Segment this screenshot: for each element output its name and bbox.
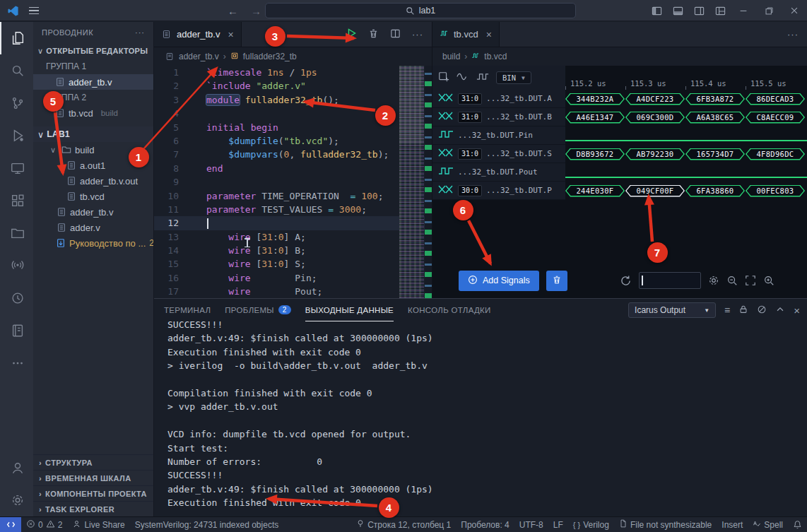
tree-item-build[interactable]: ∨build xyxy=(33,142,153,158)
customize-layout-icon[interactable] xyxy=(709,0,731,21)
wave-value[interactable]: D8B93672 xyxy=(565,148,625,160)
more-actions-icon[interactable]: ··· xyxy=(412,29,423,40)
breadcrumb-file[interactable]: adder_tb.v xyxy=(179,52,219,61)
code-line[interactable]: 8end xyxy=(154,162,432,175)
code-line[interactable]: 15 wire [31:0] S; xyxy=(154,257,432,271)
gear-icon[interactable] xyxy=(708,275,719,286)
open-editor-item[interactable]: adder_tb.v xyxy=(33,74,153,90)
add-signals-button[interactable]: Add Signals xyxy=(459,271,539,291)
output-filter-icon[interactable]: ≡ xyxy=(724,305,730,316)
signal-row[interactable]: ...32_tb.DUT.Pout xyxy=(432,163,807,182)
scroll-mode-sine-icon[interactable] xyxy=(456,72,469,83)
code-line[interactable]: 7 $dumpvars(0, fulladder32_tb); xyxy=(154,148,432,161)
notebook-icon[interactable] xyxy=(0,314,33,347)
code-line[interactable]: 1`timescale 1ns / 1ps xyxy=(154,66,432,79)
code-line[interactable]: 3module fulladder32_tb(); xyxy=(154,93,432,107)
signal-row[interactable]: 31:0...32_tb.DUT.A344B232AA4DCF2236FB3A8… xyxy=(432,90,807,108)
tree-item--...[interactable]: Руководство по ...2 xyxy=(33,235,153,251)
wave-value[interactable]: 6FA38860 xyxy=(685,185,745,197)
eol-status[interactable]: LF xyxy=(548,517,568,532)
signal-row[interactable]: 30:0...32_tb.DUT.P244E030F049CF00F6FA388… xyxy=(432,182,807,200)
menu-icon[interactable] xyxy=(29,7,39,15)
code-line[interactable]: 2`include "adder.v" xyxy=(154,79,432,93)
code-line[interactable]: 6 $dumpfile("tb.vcd"); xyxy=(154,134,432,148)
tree-item-adder.v[interactable]: adder.v xyxy=(33,220,153,235)
signal-waveform[interactable]: D8B93672AB792230165734D74F8D96DC xyxy=(565,145,807,163)
signal-name-cell[interactable]: ...32_tb.DUT.Pout xyxy=(432,163,565,182)
code-line[interactable]: 17 wire Pout; xyxy=(154,285,432,298)
lock-icon[interactable] xyxy=(738,305,748,317)
signal-name-cell[interactable]: 30:0...32_tb.DUT.P xyxy=(432,182,565,200)
wave-value[interactable]: A6A38C65 xyxy=(685,112,745,124)
breadcrumb[interactable]: adder_tb.v › fulladder32_tb xyxy=(154,47,432,66)
project-folder-icon[interactable] xyxy=(0,217,33,249)
wave-value[interactable]: 344B232A xyxy=(565,93,625,105)
zoom-out-icon[interactable] xyxy=(726,275,738,286)
toggle-secondary-sidebar-icon[interactable] xyxy=(688,0,709,21)
signal-name-cell[interactable]: 31:0...32_tb.DUT.A xyxy=(432,90,565,108)
code-line[interactable]: 12 xyxy=(154,216,432,230)
minimize-icon[interactable] xyxy=(731,0,756,21)
signal-waveform[interactable]: 244E030F049CF00F6FA3886000FEC803 xyxy=(565,182,807,200)
wave-value[interactable]: 86DECAD3 xyxy=(746,93,805,105)
clear-output-icon[interactable] xyxy=(757,305,767,317)
zoom-fit-icon[interactable] xyxy=(745,275,756,286)
output-channel-select[interactable]: Icarus Output ▼ xyxy=(628,302,716,318)
code-line[interactable]: 16 wire Pin; xyxy=(154,271,432,285)
open-editors-header[interactable]: ∨ ОТКРЫТЫЕ РЕДАКТОРЫ xyxy=(33,43,153,59)
explorer-icon[interactable] xyxy=(0,22,33,54)
code-line[interactable]: 4 xyxy=(154,107,432,120)
tree-item-a.out1[interactable]: a.out1 xyxy=(33,158,153,173)
panel-tab-проблемы[interactable]: ПРОБЛЕМЫ2 xyxy=(225,299,290,321)
tree-item-tb.vcd[interactable]: tb.vcd xyxy=(33,189,153,204)
more-actions-icon[interactable]: ··· xyxy=(135,28,145,37)
indentation-status[interactable]: Пробелов: 4 xyxy=(456,517,514,532)
signal-name-cell[interactable]: ...32_tb.DUT.Pin xyxy=(432,126,565,145)
zoom-in-icon[interactable] xyxy=(763,275,774,286)
split-editor-icon[interactable] xyxy=(390,28,401,41)
remove-signals-button[interactable] xyxy=(546,271,567,291)
trash-icon[interactable] xyxy=(368,28,379,41)
synthesizable-status[interactable]: File not synthesizable xyxy=(614,517,717,532)
sidebar-section-компоненты-проекта[interactable]: ›КОМПОНЕНТЫ ПРОЕКТА xyxy=(33,485,153,501)
panel-tab-выходные-данные[interactable]: ВЫХОДНЫЕ ДАННЫЕ xyxy=(305,299,394,321)
tree-item-adder_tb.v.out[interactable]: adder_tb.v.out xyxy=(33,173,153,189)
account-icon[interactable] xyxy=(0,451,33,484)
run-debug-icon[interactable] xyxy=(0,119,33,152)
live-share-status[interactable]: Live Share xyxy=(67,517,129,532)
run-button[interactable] xyxy=(346,28,357,41)
systemverilog-indexer-status[interactable]: SystemVerilog: 24731 indexed objects xyxy=(130,517,283,532)
wave-value[interactable]: AB792230 xyxy=(625,148,685,160)
remote-explorer-icon[interactable] xyxy=(0,152,33,184)
live-share-icon[interactable] xyxy=(0,249,33,282)
source-control-icon[interactable] xyxy=(0,87,33,119)
sidebar-section-временная-шкала[interactable]: ›ВРЕМЕННАЯ ШКАЛА xyxy=(33,470,153,485)
toggle-sidebar-icon[interactable] xyxy=(646,0,667,21)
code-area[interactable]: 1`timescale 1ns / 1ps2`include "adder.v"… xyxy=(154,66,432,298)
wave-search-input[interactable] xyxy=(639,272,701,289)
refresh-icon[interactable] xyxy=(620,275,632,287)
wave-value[interactable]: C8AECC09 xyxy=(746,112,805,124)
panel-tab-консоль-отладки[interactable]: КОНСОЛЬ ОТЛАДКИ xyxy=(408,299,491,321)
restore-icon[interactable] xyxy=(756,0,782,21)
insert-mode-status[interactable]: Insert xyxy=(717,517,748,532)
tree-item-adder_tb.v[interactable]: adder_tb.v xyxy=(33,204,153,220)
command-center-search[interactable]: lab1 xyxy=(265,3,576,18)
signal-name-cell[interactable]: 31:0...32_tb.DUT.B xyxy=(432,108,565,126)
signal-waveform[interactable] xyxy=(565,163,807,182)
code-line[interactable]: 10parameter TIME_OPERATION = 100; xyxy=(154,189,432,203)
close-panel-icon[interactable]: × xyxy=(794,305,800,317)
spell-status[interactable]: Spell xyxy=(748,517,788,532)
code-line[interactable]: 5initial begin xyxy=(154,121,432,134)
signal-row[interactable]: 31:0...32_tb.DUT.SD8B93672AB792230165734… xyxy=(432,145,807,163)
wave-value[interactable]: 049CF00F xyxy=(625,185,685,197)
terminal-output[interactable]: SUCCESS!!!adder_tb.v:49: $finish called … xyxy=(154,318,807,510)
tab-adder-tb[interactable]: adder_tb.v × xyxy=(154,22,242,47)
search-icon[interactable] xyxy=(0,54,33,87)
close-tab-icon[interactable]: × xyxy=(486,29,492,40)
more-icon[interactable] xyxy=(0,347,33,379)
format-select[interactable]: BIN ▼ xyxy=(496,71,531,84)
wave-value[interactable]: A4DCF223 xyxy=(625,93,685,105)
scroll-mode-square-icon[interactable] xyxy=(476,72,489,83)
problems-status[interactable]: 0 2 xyxy=(21,517,67,532)
